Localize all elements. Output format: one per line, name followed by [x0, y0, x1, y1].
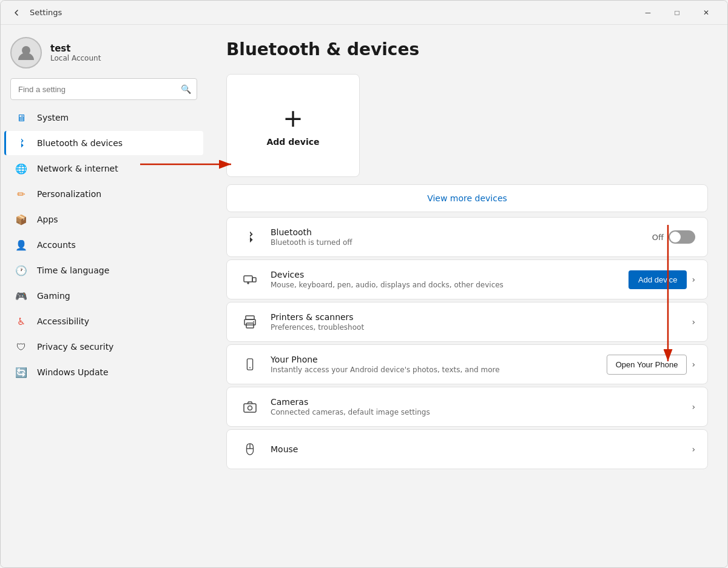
- search-box: 🔍: [10, 78, 197, 100]
- nav-item-privacy[interactable]: 🛡 Privacy & security: [4, 335, 203, 359]
- nav-item-network[interactable]: 🌐 Network & internet: [4, 156, 203, 181]
- nav-label-privacy: Privacy & security: [37, 342, 113, 352]
- add-device-card[interactable]: + Add device: [226, 74, 360, 177]
- your-phone-title: Your Phone: [271, 355, 597, 364]
- cameras-setting-text: Cameras Connected cameras, default image…: [271, 397, 682, 416]
- svg-point-15: [248, 406, 252, 410]
- nav-item-accessibility[interactable]: ♿ Accessibility: [4, 309, 203, 333]
- svg-point-11: [253, 321, 254, 322]
- svg-rect-6: [252, 278, 256, 282]
- gaming-icon: 🎮: [14, 289, 29, 303]
- nav-item-personalization[interactable]: ✏️ Personalization: [4, 182, 203, 206]
- add-device-button[interactable]: Add device: [629, 270, 687, 289]
- bluetooth-title: Bluetooth: [271, 227, 642, 237]
- nav-item-accounts[interactable]: 👤 Accounts: [4, 233, 203, 257]
- nav-item-system[interactable]: 🖥 System: [4, 105, 203, 130]
- svg-rect-12: [247, 359, 252, 370]
- maximize-button[interactable]: □: [663, 3, 691, 22]
- search-input[interactable]: [10, 78, 197, 100]
- toggle-off-label: Off: [652, 233, 664, 242]
- nav-item-update[interactable]: 🔄 Windows Update: [4, 360, 203, 384]
- user-info: test Local Account: [50, 43, 101, 62]
- devices-chevron-icon: ›: [692, 275, 695, 284]
- printers-setting-text: Printers & scanners Preferences, trouble…: [271, 312, 682, 332]
- nav-label-personalization: Personalization: [37, 189, 101, 199]
- bluetooth-setting-text: Bluetooth Bluetooth is turned off: [271, 227, 642, 247]
- nav-label-bluetooth: Bluetooth & devices: [37, 138, 123, 148]
- mouse-setting-icon: [239, 438, 261, 460]
- your-phone-setting-text: Your Phone Instantly access your Android…: [271, 355, 597, 374]
- mouse-chevron-icon: ›: [692, 444, 695, 454]
- privacy-icon: 🛡: [14, 339, 29, 354]
- nav-item-time[interactable]: 🕐 Time & language: [4, 258, 203, 282]
- printers-title: Printers & scanners: [271, 312, 682, 322]
- update-icon: 🔄: [14, 365, 29, 379]
- nav-label-accessibility: Accessibility: [37, 316, 89, 326]
- nav-label-accounts: Accounts: [37, 240, 76, 250]
- mouse-title: Mouse: [271, 444, 682, 454]
- cameras-chevron-icon: ›: [692, 402, 695, 412]
- svg-rect-8: [246, 316, 254, 319]
- system-icon: 🖥: [14, 110, 29, 125]
- bluetooth-icon: [14, 136, 29, 150]
- bluetooth-setting-row[interactable]: Bluetooth Bluetooth is turned off Off: [226, 217, 708, 257]
- your-phone-setting-icon: [239, 353, 261, 375]
- network-icon: 🌐: [14, 161, 29, 176]
- view-more-label: View more devices: [427, 193, 507, 203]
- accounts-icon: 👤: [14, 238, 29, 252]
- titlebar: Settings ─ □ ✕: [1, 1, 727, 25]
- svg-point-7: [248, 282, 249, 284]
- your-phone-action-area: Open Your Phone ›: [607, 355, 695, 375]
- svg-rect-14: [244, 404, 256, 412]
- devices-title: Devices: [271, 270, 619, 279]
- printers-action-area: ›: [692, 317, 695, 327]
- cameras-setting-icon: [239, 396, 261, 418]
- cameras-setting-row[interactable]: Cameras Connected cameras, default image…: [226, 387, 708, 427]
- svg-rect-5: [244, 276, 252, 282]
- your-phone-desc: Instantly access your Android device's p…: [271, 366, 597, 374]
- toggle-thumb: [670, 232, 681, 242]
- devices-setting-text: Devices Mouse, keyboard, pen, audio, dis…: [271, 270, 619, 289]
- open-your-phone-button[interactable]: Open Your Phone: [607, 355, 687, 375]
- search-icon-button[interactable]: 🔍: [181, 84, 191, 94]
- printers-desc: Preferences, troubleshoot: [271, 323, 682, 332]
- nav-item-apps[interactable]: 📦 Apps: [4, 207, 203, 232]
- view-more-devices-row[interactable]: View more devices: [226, 184, 708, 212]
- minimize-button[interactable]: ─: [634, 3, 662, 22]
- svg-rect-10: [246, 323, 254, 328]
- nav-label-system: System: [37, 113, 69, 122]
- back-button[interactable]: [8, 4, 25, 21]
- nav-label-time: Time & language: [37, 266, 109, 275]
- page-title: Bluetooth & devices: [226, 39, 708, 59]
- personalization-icon: ✏️: [14, 187, 29, 201]
- your-phone-setting-row[interactable]: Your Phone Instantly access your Android…: [226, 344, 708, 384]
- devices-action-area: Add device ›: [629, 270, 695, 289]
- bluetooth-toggle[interactable]: [669, 230, 695, 244]
- bluetooth-toggle-area: Off: [652, 230, 695, 244]
- close-button[interactable]: ✕: [692, 3, 720, 22]
- nav-label-gaming: Gaming: [37, 291, 70, 301]
- devices-setting-row[interactable]: Devices Mouse, keyboard, pen, audio, dis…: [226, 259, 708, 299]
- user-account-type: Local Account: [50, 54, 101, 62]
- window-controls: ─ □ ✕: [634, 3, 720, 22]
- devices-setting-icon: [239, 269, 261, 290]
- cameras-desc: Connected cameras, default image setting…: [271, 408, 682, 416]
- cameras-action-area: ›: [692, 402, 695, 412]
- accessibility-icon: ♿: [14, 314, 29, 329]
- user-name: test: [50, 43, 101, 54]
- user-section: test Local Account: [1, 25, 207, 78]
- bluetooth-desc: Bluetooth is turned off: [271, 238, 642, 247]
- mouse-setting-row[interactable]: Mouse ›: [226, 429, 708, 469]
- add-device-card-label: Add device: [267, 137, 320, 147]
- your-phone-chevron-icon: ›: [692, 359, 695, 369]
- sidebar: test Local Account 🔍 🖥 System: [1, 25, 207, 567]
- nav-label-apps: Apps: [37, 215, 58, 224]
- nav-label-update: Windows Update: [37, 367, 109, 377]
- bluetooth-setting-icon: [239, 226, 261, 248]
- nav-item-gaming[interactable]: 🎮 Gaming: [4, 284, 203, 308]
- mouse-setting-text: Mouse: [271, 444, 682, 454]
- printers-setting-row[interactable]: Printers & scanners Preferences, trouble…: [226, 302, 708, 342]
- apps-icon: 📦: [14, 212, 29, 227]
- nav-item-bluetooth[interactable]: Bluetooth & devices: [4, 131, 203, 155]
- plus-icon: +: [283, 104, 303, 132]
